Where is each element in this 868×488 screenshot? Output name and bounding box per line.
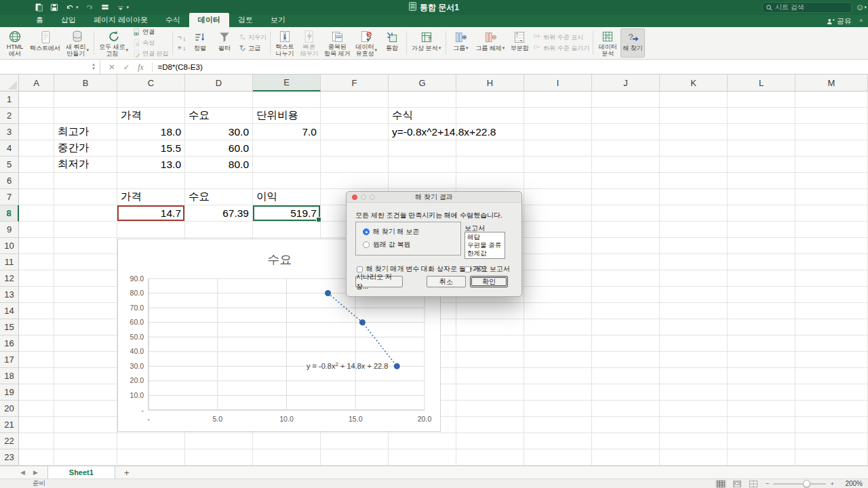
cell-B20[interactable] xyxy=(54,401,117,417)
cell-L5[interactable] xyxy=(728,157,795,173)
cell-F2[interactable] xyxy=(321,108,389,124)
ribbon-button-advanced-filter[interactable]: 고급 xyxy=(238,44,267,54)
cell-D1[interactable] xyxy=(185,92,253,108)
column-header-B[interactable]: B xyxy=(54,75,117,92)
cell-I19[interactable] xyxy=(524,384,592,401)
cell-A2[interactable] xyxy=(19,108,54,124)
radio-restore-values[interactable]: 원래 값 복원 xyxy=(356,237,460,249)
cell-M18[interactable] xyxy=(795,368,868,384)
cell-I18[interactable] xyxy=(524,368,592,384)
cell-L3[interactable] xyxy=(728,124,795,140)
cell-F5[interactable] xyxy=(321,157,389,173)
enter-entry-icon[interactable]: ✓ xyxy=(123,62,130,72)
cell-J5[interactable] xyxy=(592,157,660,173)
cell-I22[interactable] xyxy=(524,433,592,449)
zoom-in-icon[interactable]: + xyxy=(830,480,834,487)
undo-icon[interactable]: ▾ xyxy=(65,3,79,12)
cell-F22[interactable] xyxy=(321,433,389,449)
cell-I5[interactable] xyxy=(524,157,592,173)
save-icon[interactable] xyxy=(50,3,59,12)
feedback-smiley-button[interactable]: ☺▾ xyxy=(855,2,867,12)
cell-L13[interactable] xyxy=(728,287,795,303)
ribbon-button-what-if[interactable]: ?가상 분석 ▾ xyxy=(410,28,443,58)
column-header-F[interactable]: F xyxy=(321,75,389,92)
sheet-search-input[interactable]: 시트 검색 xyxy=(762,2,852,13)
cell-M4[interactable] xyxy=(795,140,868,157)
cell-C1[interactable] xyxy=(117,92,185,108)
cell-K9[interactable] xyxy=(660,222,728,238)
share-button[interactable]: 공유 xyxy=(827,16,852,26)
cell-I13[interactable] xyxy=(524,287,592,303)
save-scenario-button[interactable]: 시나리오 저장... xyxy=(355,276,403,287)
row-header-19[interactable]: 19 xyxy=(0,384,19,401)
cell-D2[interactable]: 수요 xyxy=(185,108,253,124)
cell-H22[interactable] xyxy=(456,433,524,449)
collapse-ribbon-icon[interactable]: ^ xyxy=(860,18,863,25)
page-break-view-icon[interactable] xyxy=(748,480,759,488)
cell-L15[interactable] xyxy=(728,319,795,336)
cell-B5[interactable]: 최저가 xyxy=(54,157,117,173)
cell-B2[interactable] xyxy=(54,108,117,124)
cell-M6[interactable] xyxy=(795,173,868,189)
cell-L18[interactable] xyxy=(728,368,795,384)
row-header-16[interactable]: 16 xyxy=(0,336,19,352)
zoom-slider-knob[interactable] xyxy=(803,480,810,487)
cell-A18[interactable] xyxy=(19,368,54,384)
cell-D6[interactable] xyxy=(185,173,253,189)
cell-B19[interactable] xyxy=(54,384,117,401)
cell-L17[interactable] xyxy=(728,352,795,368)
cell-B18[interactable] xyxy=(54,368,117,384)
cancel-button[interactable]: 취소 xyxy=(427,276,466,287)
cell-J2[interactable] xyxy=(592,108,660,124)
cell-J18[interactable] xyxy=(592,368,660,384)
tab-보기[interactable]: 보기 xyxy=(262,13,294,27)
reports-listbox[interactable]: 해답우편물 종류한계값 xyxy=(465,232,505,259)
cell-A12[interactable] xyxy=(19,270,54,287)
cell-C6[interactable] xyxy=(117,173,185,189)
cell-A1[interactable] xyxy=(19,92,54,108)
cell-K13[interactable] xyxy=(660,287,728,303)
cell-E3[interactable]: 7.0 xyxy=(253,124,321,140)
cell-K15[interactable] xyxy=(660,319,728,336)
cell-A20[interactable] xyxy=(19,401,54,417)
cell-G1[interactable] xyxy=(389,92,456,108)
cell-B21[interactable] xyxy=(54,417,117,433)
row-header-15[interactable]: 15 xyxy=(0,319,19,336)
cell-E23[interactable] xyxy=(253,449,321,466)
cell-K11[interactable] xyxy=(660,254,728,270)
cell-M22[interactable] xyxy=(795,433,868,449)
ribbon-button-sort[interactable]: 정렬 xyxy=(189,28,212,58)
normal-view-icon[interactable] xyxy=(715,480,726,488)
cell-K2[interactable] xyxy=(660,108,728,124)
cell-G3[interactable]: y=-0.8x^2+14.8x+22.8 xyxy=(389,124,456,140)
row-header-11[interactable]: 11 xyxy=(0,254,19,270)
cell-K7[interactable] xyxy=(660,189,728,205)
cell-H5[interactable] xyxy=(456,157,524,173)
cell-K19[interactable] xyxy=(660,384,728,401)
cell-J11[interactable] xyxy=(592,254,660,270)
cell-H4[interactable] xyxy=(456,140,524,157)
row-header-21[interactable]: 21 xyxy=(0,417,19,433)
cell-F23[interactable] xyxy=(321,449,389,466)
cell-M16[interactable] xyxy=(795,336,868,352)
cell-A6[interactable] xyxy=(19,173,54,189)
cell-I10[interactable] xyxy=(524,238,592,254)
cell-H17[interactable] xyxy=(456,352,524,368)
cell-I1[interactable] xyxy=(524,92,592,108)
ribbon-button-connections[interactable]: 연결 xyxy=(132,28,169,37)
cell-K14[interactable] xyxy=(660,303,728,319)
sort-ascending-button[interactable]: ㄱ↓ xyxy=(177,35,186,42)
cell-M1[interactable] xyxy=(795,92,868,108)
column-header-M[interactable]: M xyxy=(795,75,868,92)
column-header-L[interactable]: L xyxy=(728,75,795,92)
row-header-8[interactable]: 8 xyxy=(0,205,19,222)
cell-J12[interactable] xyxy=(592,270,660,287)
cell-B3[interactable]: 최고가 xyxy=(54,124,117,140)
cell-G22[interactable] xyxy=(389,433,456,449)
cell-G6[interactable] xyxy=(389,173,456,189)
cell-K5[interactable] xyxy=(660,157,728,173)
cell-K10[interactable] xyxy=(660,238,728,254)
cell-B7[interactable] xyxy=(54,189,117,205)
row-header-20[interactable]: 20 xyxy=(0,401,19,417)
row-header-22[interactable]: 22 xyxy=(0,433,19,449)
